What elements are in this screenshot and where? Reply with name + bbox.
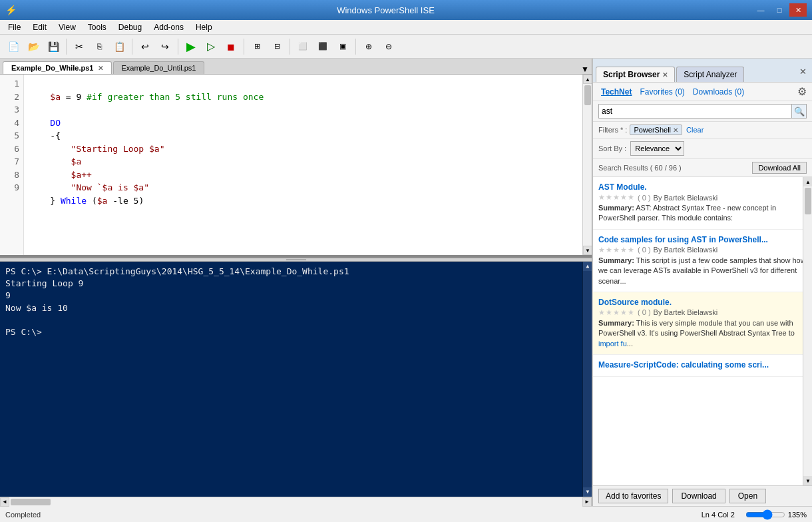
title-bar: ⚡ Windows PowerShell ISE — □ ✕	[0, 0, 812, 20]
close-button[interactable]: ✕	[789, 3, 807, 17]
tab-do-while-close[interactable]: ✕	[98, 65, 103, 72]
menu-view[interactable]: View	[53, 21, 81, 33]
sb-search-input[interactable]	[598, 104, 792, 119]
tab-do-until[interactable]: Example_Do_Until.ps1	[113, 61, 205, 74]
hscroll-left[interactable]: ◄	[0, 497, 9, 507]
menu-help[interactable]: Help	[190, 21, 218, 33]
menu-edit[interactable]: Edit	[27, 21, 52, 33]
redo-button[interactable]: ↪	[156, 37, 174, 56]
tab-scroll-btn[interactable]: ▼	[581, 65, 589, 74]
result-item-4[interactable]: Measure-ScriptCode: calculating some scr…	[593, 355, 812, 377]
sb-title-bar: Script Browser ✕ Script Analyzer ✕	[593, 59, 812, 83]
result-1-title: AST Module.	[598, 182, 807, 192]
result-2-stars: ★★★★★	[598, 246, 635, 254]
minimize-button[interactable]: —	[752, 3, 769, 17]
result-1-rating: ★★★★★ ( 0 ) By Bartek Bielawski	[598, 193, 807, 202]
new-button[interactable]: 📄	[4, 37, 23, 56]
result-1-stars: ★★★★★	[598, 193, 635, 202]
zoom-level: 135%	[788, 511, 807, 519]
sb-close-panel[interactable]: ✕	[797, 65, 809, 78]
sb-tab-script-browser[interactable]: Script Browser ✕	[596, 67, 675, 82]
open-button-sb[interactable]: Open	[729, 489, 766, 503]
console-area[interactable]: PS C:\> E:\Data\ScriptingGuys\2014\HSG_5…	[0, 262, 592, 497]
sort-by-select[interactable]: Relevance Date Rating Downloads	[630, 141, 684, 156]
horizontal-scrollbar[interactable]: ◄ ►	[0, 497, 592, 506]
sb-nav-downloads[interactable]: Downloads (0)	[690, 86, 747, 98]
separator-1	[66, 39, 67, 55]
filter-clear-button[interactable]: Clear	[686, 126, 704, 134]
sb-nav: TechNet Favorites (0) Downloads (0) ⚙	[593, 83, 812, 101]
status-text: Completed	[5, 511, 41, 519]
scroll-track	[583, 84, 592, 246]
scroll-thumb[interactable]	[584, 85, 591, 105]
results-scroll-thumb[interactable]	[805, 188, 811, 214]
code-editor[interactable]: $a = 9 #if greater than 5 still runs onc…	[24, 75, 582, 255]
zoom-slider[interactable]	[745, 511, 785, 519]
undo-button[interactable]: ↩	[136, 37, 154, 56]
download-all-button[interactable]: Download All	[752, 162, 807, 174]
sb-nav-favorites[interactable]: Favorites (0)	[637, 86, 687, 98]
menu-file[interactable]: File	[3, 21, 26, 33]
tab-do-while[interactable]: Example_Do_While.ps1 ✕	[3, 61, 112, 74]
result-item-3[interactable]: DotSource module. ★★★★★ ( 0 ) By Bartek …	[593, 292, 812, 355]
cursor-position: Ln 4 Col 2	[702, 511, 735, 519]
scroll-down-arrow[interactable]: ▼	[583, 246, 592, 255]
new-remote-tab[interactable]: ⊞	[248, 37, 266, 56]
expand-script[interactable]: ⬜	[294, 37, 312, 56]
filters-label: Filters * :	[598, 126, 627, 134]
split-view[interactable]: ▣	[333, 37, 352, 56]
run-button[interactable]: ▶	[182, 37, 200, 56]
sb-tab-close-icon[interactable]: ✕	[662, 71, 668, 79]
console-line-5	[5, 314, 586, 326]
results-scrollbar[interactable]: ▲ ▼	[803, 177, 812, 485]
stop-button[interactable]: ◼	[222, 37, 240, 56]
sb-tab-script-analyzer-label: Script Analyzer	[684, 70, 737, 79]
menu-addons[interactable]: Add-ons	[148, 21, 189, 33]
copy-button[interactable]: ⎘	[90, 37, 108, 56]
sb-tab-script-browser-label: Script Browser	[603, 70, 660, 79]
editor-scrollbar[interactable]: ▲ ▼	[582, 75, 592, 255]
result-item-2[interactable]: Code samples for using AST in PowerShell…	[593, 230, 812, 292]
zoom-in[interactable]: ⊕	[359, 37, 378, 56]
tab-bar: Example_Do_While.ps1 ✕ Example_Do_Until.…	[0, 59, 592, 75]
maximize-button[interactable]: □	[771, 3, 788, 17]
results-scroll-down[interactable]: ▼	[803, 476, 812, 485]
paste-button[interactable]: 📋	[110, 37, 128, 56]
cut-button[interactable]: ✂	[70, 37, 89, 56]
collapse-script[interactable]: ⬛	[313, 37, 332, 56]
separator-5	[290, 39, 290, 55]
menu-bar: File Edit View Tools Debug Add-ons Help	[0, 20, 812, 35]
result-2-by: By Bartek Bielawski	[654, 246, 718, 254]
hscroll-thumb[interactable]	[11, 499, 51, 505]
console-scroll-up[interactable]: ▲	[583, 262, 592, 271]
menu-debug[interactable]: Debug	[113, 21, 147, 33]
sb-settings-icon[interactable]: ⚙	[797, 85, 807, 98]
console-scrollbar[interactable]: ▲ ▼	[582, 262, 592, 497]
hscroll-right[interactable]: ►	[582, 497, 592, 507]
sb-action-bar: Add to favorites Download Open	[593, 485, 812, 506]
sb-results-list: AST Module. ★★★★★ ( 0 ) By Bartek Bielaw…	[593, 177, 812, 485]
results-count: Search Results ( 60 / 96 )	[598, 164, 682, 172]
result-item-1[interactable]: AST Module. ★★★★★ ( 0 ) By Bartek Bielaw…	[593, 177, 812, 230]
status-right: Ln 4 Col 2 135%	[702, 511, 807, 519]
results-scroll-up[interactable]: ▲	[803, 177, 812, 186]
filter-remove-icon[interactable]: ✕	[673, 127, 678, 134]
run-selection-button[interactable]: ▷	[202, 37, 220, 56]
console-scroll-down[interactable]: ▼	[583, 487, 592, 497]
download-button[interactable]: Download	[672, 489, 725, 503]
result-1-by: By Bartek Bielawski	[654, 194, 718, 202]
result-3-by: By Bartek Bielawski	[654, 308, 718, 316]
add-to-favorites-button[interactable]: Add to favorites	[598, 489, 668, 503]
save-button[interactable]: 💾	[44, 37, 63, 56]
open-button[interactable]: 📂	[24, 37, 43, 56]
zoom-out[interactable]: ⊖	[379, 37, 398, 56]
menu-tools[interactable]: Tools	[83, 21, 112, 33]
sb-tab-script-analyzer[interactable]: Script Analyzer	[676, 67, 744, 82]
start-page[interactable]: ⊟	[268, 37, 286, 56]
sb-nav-technet[interactable]: TechNet	[598, 86, 634, 98]
scroll-up-arrow[interactable]: ▲	[583, 75, 592, 84]
separator-2	[132, 39, 132, 55]
zoom-slider-container[interactable]: 135%	[745, 511, 807, 519]
sb-sortby: Sort By : Relevance Date Rating Download…	[593, 138, 812, 159]
sb-search-button[interactable]: 🔍	[792, 104, 807, 119]
